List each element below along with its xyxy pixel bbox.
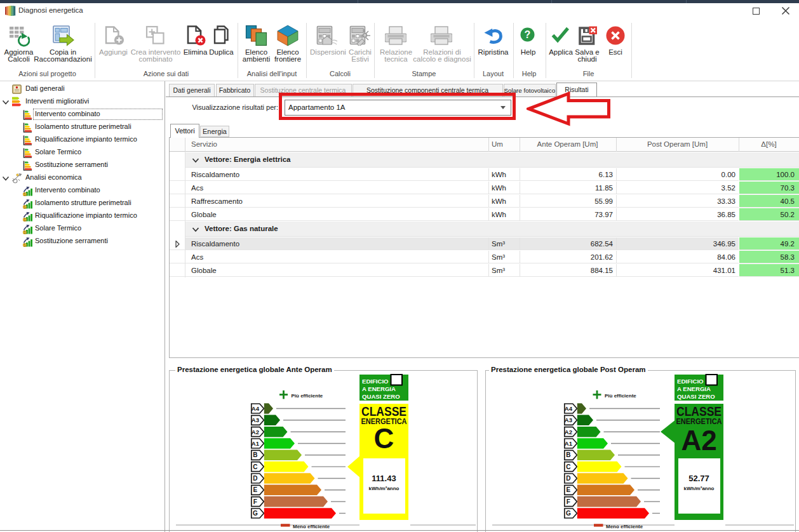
svg-text:E: E xyxy=(253,486,258,493)
svg-text:A ENERGIA: A ENERGIA xyxy=(362,385,396,392)
svg-text:B: B xyxy=(566,451,570,458)
svg-text:kWh/m²anno: kWh/m²anno xyxy=(684,486,715,491)
svg-text:?: ? xyxy=(525,29,531,40)
svg-text:G: G xyxy=(566,510,571,517)
svg-text:Meno efficiente: Meno efficiente xyxy=(293,524,330,529)
svg-text:Più efficiente: Più efficiente xyxy=(292,393,323,399)
svg-text:QUASI ZERO: QUASI ZERO xyxy=(362,393,400,400)
svg-text:52.77: 52.77 xyxy=(688,474,709,483)
svg-text:$: $ xyxy=(24,230,26,234)
svg-text:A3: A3 xyxy=(565,416,572,423)
svg-text:C: C xyxy=(566,463,570,470)
svg-text:A1: A1 xyxy=(565,440,573,447)
svg-text:A4: A4 xyxy=(565,405,573,412)
svg-text:B: B xyxy=(253,451,257,458)
svg-text:EDIFICIO: EDIFICIO xyxy=(677,378,704,385)
svg-text:C: C xyxy=(253,463,257,470)
svg-text:kWh/m²anno: kWh/m²anno xyxy=(369,486,399,491)
svg-text:E: E xyxy=(567,486,571,493)
svg-text:$: $ xyxy=(24,218,26,222)
svg-text:A2: A2 xyxy=(681,425,716,456)
svg-text:D: D xyxy=(566,475,570,482)
svg-text:G: G xyxy=(253,510,258,517)
svg-text:A3: A3 xyxy=(252,416,259,423)
svg-text:A2: A2 xyxy=(565,429,572,436)
svg-text:$: $ xyxy=(24,243,26,247)
svg-text:111.43: 111.43 xyxy=(372,474,396,483)
svg-text:Più efficiente: Più efficiente xyxy=(605,393,636,399)
svg-text:EDIFICIO: EDIFICIO xyxy=(362,378,389,385)
svg-text:A ENERGIA: A ENERGIA xyxy=(677,385,711,392)
svg-text:QUASI ZERO: QUASI ZERO xyxy=(677,393,715,400)
svg-text:A2: A2 xyxy=(252,429,259,436)
svg-text:$: $ xyxy=(24,205,26,209)
svg-text:A1: A1 xyxy=(252,440,260,447)
svg-text:$: $ xyxy=(24,192,26,196)
svg-text:Meno efficiente: Meno efficiente xyxy=(606,524,643,529)
svg-text:C: C xyxy=(374,423,394,454)
svg-text:A4: A4 xyxy=(252,405,260,412)
svg-text:F: F xyxy=(567,498,570,505)
svg-text:F: F xyxy=(253,498,257,505)
svg-text:D: D xyxy=(253,475,257,482)
